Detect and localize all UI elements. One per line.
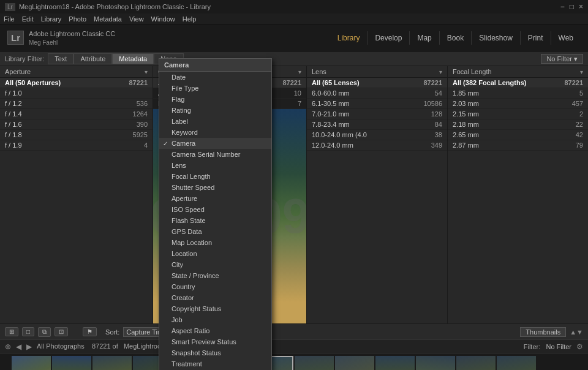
camera-expand-icon[interactable]: ▾ — [298, 69, 301, 75]
aperture-expand-icon[interactable]: ▾ — [145, 69, 148, 75]
close-button[interactable]: × — [579, 2, 583, 11]
dropdown-item-aperture[interactable]: Aperture — [159, 193, 271, 204]
lens-row[interactable]: 10.0-24.0 mm (4.0 38 — [307, 130, 447, 140]
filmstrip-settings-icon[interactable]: ⚙ — [576, 342, 583, 351]
dropdown-item-date[interactable]: Date — [159, 72, 271, 83]
dropdown-item-rating[interactable]: Rating — [159, 105, 271, 116]
dropdown-item-filetype[interactable]: File Type — [159, 83, 271, 94]
lr-logo-box: Lr — [7, 31, 24, 45]
focal-row[interactable]: 2.15 mm 2 — [448, 109, 588, 119]
survey-view-button[interactable]: ⊡ — [55, 327, 68, 336]
menu-photo[interactable]: Photo — [69, 15, 86, 23]
dropdown-item-location[interactable]: Location — [159, 248, 271, 259]
maximize-button[interactable]: □ — [570, 2, 574, 11]
compare-view-button[interactable]: ⧉ — [38, 327, 51, 337]
dropdown-item-label[interactable]: Label — [159, 116, 271, 127]
tab-web[interactable]: Web — [551, 31, 581, 45]
lens-row[interactable]: 6.1-30.5 mm 10586 — [307, 99, 447, 109]
dropdown-item-treatment[interactable]: Treatment — [159, 358, 271, 369]
dropdown-item-lens[interactable]: Lens — [159, 160, 271, 171]
menu-help[interactable]: Help — [183, 15, 197, 23]
lens-row[interactable]: 7.0-21.0 mm 128 — [307, 109, 447, 119]
lens-all-row[interactable]: All (65 Lenses) 87221 — [307, 78, 447, 88]
filmstrip: ⊕ ◀ ▶ All Photographs 87221 of MegLightr… — [0, 339, 588, 370]
menu-edit[interactable]: Edit — [22, 15, 34, 23]
lens-expand-icon[interactable]: ▾ — [439, 69, 442, 75]
dropdown-item-focal[interactable]: Focal Length — [159, 171, 271, 182]
aperture-row[interactable]: f / 1.4 1264 — [0, 109, 153, 119]
dropdown-item-city[interactable]: City — [159, 259, 271, 270]
dropdown-item-snapshot[interactable]: Snapshot Status — [159, 347, 271, 358]
dropdown-item-smartpreview[interactable]: Smart Preview Status — [159, 336, 271, 347]
aperture-panel: Aperture ▾ All (50 Apertures) 87221 f / … — [0, 66, 153, 323]
lens-row[interactable]: 12.0-24.0 mm 349 — [307, 140, 447, 151]
aperture-row[interactable]: f / 1.6 390 — [0, 119, 153, 130]
dropdown-item-creator[interactable]: Creator — [159, 292, 271, 303]
tab-slideshow[interactable]: Slideshow — [471, 31, 520, 45]
dropdown-item-serial[interactable]: Camera Serial Number — [159, 149, 271, 160]
filmstrip-thumb[interactable] — [456, 356, 496, 371]
filmstrip-thumb[interactable] — [375, 356, 415, 371]
aperture-row[interactable]: f / 1.0 — [0, 88, 153, 99]
minimize-button[interactable]: − — [560, 2, 565, 11]
filter-tab-metadata[interactable]: Metadata — [112, 53, 154, 64]
flag-button[interactable]: ⚑ — [83, 327, 97, 336]
tab-print[interactable]: Print — [520, 31, 551, 45]
filmstrip-thumb[interactable] — [52, 356, 91, 371]
filmstrip-nav-next[interactable]: ▶ — [26, 342, 32, 351]
filmstrip-source-icon[interactable]: ⊕ — [5, 342, 11, 351]
dropdown-item-iso[interactable]: ISO Speed — [159, 204, 271, 215]
filmstrip-thumb[interactable] — [92, 356, 132, 371]
dropdown-item-aspect[interactable]: Aspect Ratio — [159, 325, 271, 336]
filmstrip-filter-value[interactable]: No Filter — [546, 343, 571, 350]
dropdown-item-maplocation[interactable]: Map Location — [159, 237, 271, 248]
aperture-row[interactable]: f / 1.9 4 — [0, 140, 153, 151]
dropdown-item-camera[interactable]: Camera — [159, 138, 271, 149]
filter-bar: Library Filter: Text Attribute Metadata … — [0, 51, 588, 66]
tab-library[interactable]: Library — [330, 31, 368, 45]
filmstrip-thumb[interactable] — [335, 356, 374, 371]
filter-tab-attribute[interactable]: Attribute — [74, 53, 112, 64]
dropdown-item-gps[interactable]: GPS Data — [159, 226, 271, 237]
focal-expand-icon[interactable]: ▾ — [580, 69, 583, 75]
dropdown-item-state[interactable]: State / Province — [159, 270, 271, 281]
dropdown-item-job[interactable]: Job — [159, 314, 271, 325]
dropdown-item-copyright[interactable]: Copyright Status — [159, 303, 271, 314]
app-icon: Lr — [5, 3, 15, 11]
filmstrip-thumb[interactable] — [295, 356, 334, 371]
menu-window[interactable]: Window — [151, 15, 175, 23]
dropdown-item-flash[interactable]: Flash State — [159, 215, 271, 226]
aperture-row[interactable]: f / 1.2 536 — [0, 99, 153, 109]
filmstrip-thumb[interactable] — [497, 356, 536, 371]
focal-row[interactable]: 2.03 mm 457 — [448, 99, 588, 109]
lens-row[interactable]: 7.8-23.4 mm 84 — [307, 119, 447, 130]
dropdown-item-shutter[interactable]: Shutter Speed — [159, 182, 271, 193]
filmstrip-thumb[interactable] — [12, 356, 51, 371]
menu-file[interactable]: File — [4, 15, 15, 23]
grid-view-button[interactable]: ⊞ — [5, 327, 18, 336]
filmstrip-nav-prev[interactable]: ◀ — [16, 342, 21, 351]
menu-metadata[interactable]: Metadata — [94, 15, 122, 23]
menu-view[interactable]: View — [129, 15, 144, 23]
thumbnails-button[interactable]: Thumbnails — [520, 327, 566, 337]
focal-row[interactable]: 2.18 mm 22 — [448, 119, 588, 130]
menu-library[interactable]: Library — [41, 15, 62, 23]
filter-tab-text[interactable]: Text — [48, 53, 74, 64]
aperture-all-row[interactable]: All (50 Apertures) 87221 — [0, 78, 153, 88]
aperture-row[interactable]: f / 1.8 5925 — [0, 130, 153, 140]
dropdown-item-country[interactable]: Country — [159, 281, 271, 292]
focal-all-row[interactable]: All (382 Focal Lengths) 87221 — [448, 78, 588, 88]
lens-row[interactable]: 6.0-60.0 mm 54 — [307, 88, 447, 99]
dropdown-item-flag[interactable]: Flag — [159, 94, 271, 105]
tab-book[interactable]: Book — [439, 31, 471, 45]
tab-map[interactable]: Map — [409, 31, 439, 45]
no-filter-badge[interactable]: No Filter ▾ — [541, 55, 583, 63]
loupe-view-button[interactable]: □ — [22, 327, 34, 336]
tab-develop[interactable]: Develop — [367, 31, 409, 45]
menubar: File Edit Library Photo Metadata View Wi… — [0, 13, 588, 25]
focal-row[interactable]: 1.85 mm 5 — [448, 88, 588, 99]
focal-row[interactable]: 2.65 mm 42 — [448, 130, 588, 140]
dropdown-item-keyword[interactable]: Keyword — [159, 127, 271, 138]
focal-row[interactable]: 2.87 mm 79 — [448, 140, 588, 151]
filmstrip-thumb[interactable] — [416, 356, 455, 371]
